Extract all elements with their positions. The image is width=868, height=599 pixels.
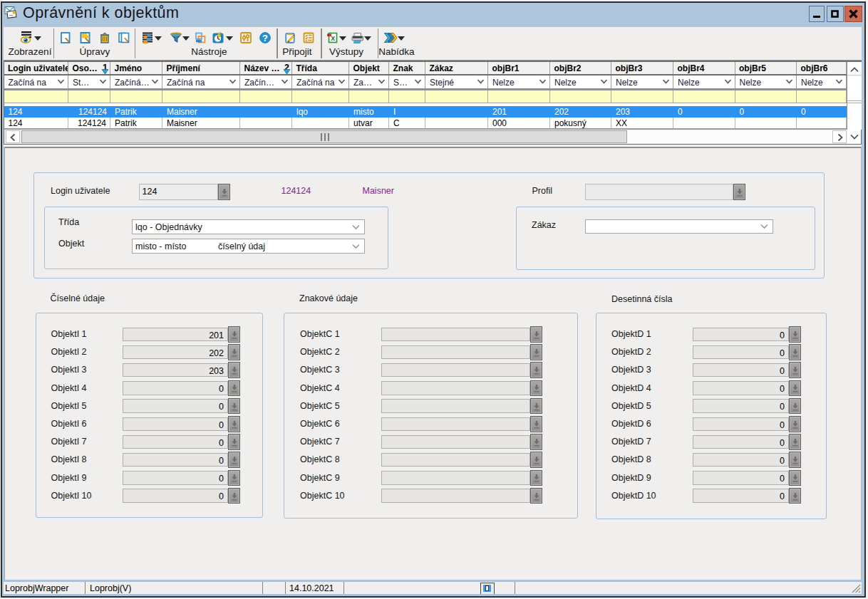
- svg-text:x: x: [331, 33, 335, 42]
- svg-text:?: ?: [262, 32, 268, 43]
